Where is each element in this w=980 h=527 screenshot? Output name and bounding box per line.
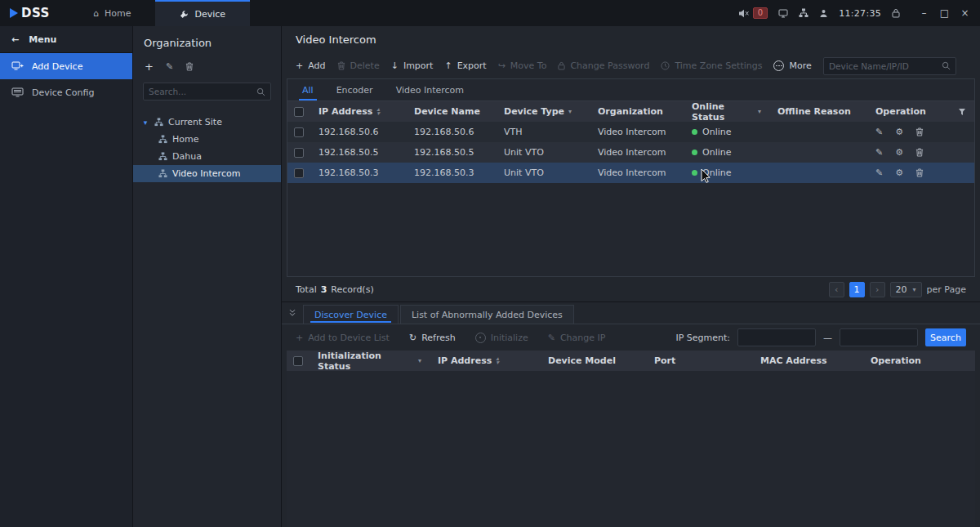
network-tree-icon[interactable] (799, 8, 808, 18)
tab-encoder[interactable]: Encoder (325, 79, 385, 100)
add-to-device-list-button[interactable]: + Add to Device List (296, 333, 390, 343)
delete-device-icon[interactable] (915, 127, 924, 136)
tab-video-intercom[interactable]: Video Intercom (385, 79, 475, 100)
filter-caret-icon[interactable]: ▾ (418, 357, 421, 364)
device-config-gear-icon[interactable]: ⚙ (895, 147, 903, 158)
online-dot (692, 170, 697, 176)
maximize-button[interactable]: □ (934, 0, 955, 26)
device-search-input[interactable] (829, 61, 937, 71)
device-table-panel: All Encoder Video Intercom IP Address ▴▾… (287, 78, 975, 277)
change-password-button[interactable]: Change Password (558, 60, 649, 71)
cell-ip: 192.168.50.6 (310, 127, 406, 137)
delete-button[interactable]: Delete (337, 60, 380, 71)
table-row[interactable]: 192.168.50.6 192.168.50.6 VTH Video Inte… (287, 122, 974, 142)
expand-caret-icon[interactable]: ▾ (141, 118, 149, 127)
row-checkbox[interactable] (294, 168, 304, 178)
tree-node-home[interactable]: Home (133, 131, 281, 148)
filter-caret-icon[interactable]: ▾ (758, 108, 761, 115)
sort-icon[interactable]: ▴▾ (376, 108, 380, 115)
online-dot (692, 129, 697, 135)
edit-device-icon[interactable]: ✎ (875, 147, 883, 158)
add-org-icon[interactable]: + (145, 60, 154, 73)
close-button[interactable]: × (955, 0, 975, 26)
filter-funnel-icon[interactable] (958, 108, 966, 116)
segment-search-button[interactable]: Search (925, 328, 966, 346)
move-to-button[interactable]: ↪ Move To (498, 60, 547, 71)
search-icon[interactable] (256, 87, 265, 96)
menu-header[interactable]: ← Menu (0, 26, 132, 53)
lock-icon[interactable] (892, 8, 900, 18)
cell-online-status: Online (684, 127, 769, 137)
device-table-header: IP Address ▴▾ Device Name Device Type ▾ … (287, 101, 974, 122)
export-button[interactable]: ↑ Export (444, 60, 486, 71)
alarm-count-badge[interactable]: 0 (753, 7, 768, 19)
header-online-status[interactable]: Online Status ▾ (684, 101, 769, 122)
filter-caret-icon[interactable]: ▾ (568, 108, 572, 115)
mute-icon[interactable] (738, 9, 750, 18)
edit-org-icon[interactable]: ✎ (166, 61, 173, 72)
edit-device-icon[interactable]: ✎ (875, 167, 883, 178)
select-all-checkbox[interactable] (293, 356, 303, 366)
minimize-button[interactable]: – (914, 0, 934, 26)
total-count: 3 (321, 284, 327, 295)
sidebar-item-label: Add Device (32, 61, 82, 72)
next-page-button[interactable]: › (870, 282, 885, 297)
user-icon[interactable] (819, 9, 828, 18)
search-icon[interactable] (942, 61, 951, 70)
collapse-panel-icon[interactable] (288, 309, 296, 317)
prev-page-button[interactable]: ‹ (829, 282, 844, 297)
site-icon (158, 169, 167, 178)
select-all-checkbox[interactable] (294, 107, 304, 117)
ip-segment-end-input[interactable] (840, 328, 918, 346)
tree-node-label: Home (172, 134, 198, 145)
range-dash: — (823, 333, 832, 343)
edit-device-icon[interactable]: ✎ (875, 127, 883, 137)
delete-device-icon[interactable] (915, 168, 924, 177)
status-label: Online (702, 167, 731, 178)
tree-node-video-intercom[interactable]: Video Intercom (133, 165, 281, 182)
tree-node-dahua[interactable]: Dahua (133, 148, 281, 165)
initialize-button[interactable]: Initialize (475, 333, 528, 343)
more-button[interactable]: More (773, 60, 811, 71)
device-config-gear-icon[interactable]: ⚙ (895, 167, 903, 178)
header-initialization-status[interactable]: Initialization Status ▾ (310, 351, 430, 371)
discover-toolbar: + Add to Device List ↻ Refresh Initializ… (282, 324, 980, 351)
tab-home[interactable]: ⌂ Home (69, 0, 155, 26)
tab-device[interactable]: Device (155, 0, 250, 26)
tree-node-current-site[interactable]: ▾ Current Site (133, 114, 281, 131)
more-icon (773, 60, 784, 71)
refresh-button[interactable]: ↻ Refresh (409, 333, 456, 343)
sort-icon[interactable]: ▴▾ (496, 357, 499, 364)
tab-discover-device[interactable]: Discover Device (303, 305, 399, 324)
device-config-gear-icon[interactable]: ⚙ (895, 127, 903, 137)
header-ip-address[interactable]: IP Address ▴▾ (430, 351, 540, 371)
add-button[interactable]: + Add (296, 60, 326, 71)
sidebar-item-device-config[interactable]: Device Config (0, 79, 132, 105)
import-button[interactable]: ↓ Import (391, 60, 434, 71)
row-checkbox[interactable] (294, 127, 304, 137)
cell-online-status: Online (684, 167, 769, 178)
ip-segment-start-input[interactable] (737, 328, 816, 346)
delete-org-icon[interactable] (185, 62, 194, 71)
clock-icon (661, 61, 670, 70)
page-1-button[interactable]: 1 (849, 282, 865, 297)
tab-all[interactable]: All (291, 79, 325, 100)
sidebar-item-add-device[interactable]: Add Device (0, 53, 132, 79)
delete-device-icon[interactable] (915, 148, 924, 157)
tab-abnormal-devices[interactable]: List of Abnormally Added Devices (400, 305, 574, 324)
export-button-label: Export (457, 60, 487, 71)
table-row[interactable]: 192.168.50.3 192.168.50.3 Unit VTO Video… (287, 163, 974, 183)
header-device-type[interactable]: Device Type ▾ (496, 101, 590, 122)
row-checkbox[interactable] (294, 148, 304, 158)
time-zone-button[interactable]: Time Zone Settings (661, 60, 762, 71)
cell-device-name: 192.168.50.6 (406, 127, 496, 137)
page-size-select[interactable]: 20 ▾ (890, 282, 922, 297)
table-row[interactable]: 192.168.50.5 192.168.50.5 Unit VTO Video… (287, 142, 974, 163)
refresh-label: Refresh (421, 333, 456, 343)
monitor-icon[interactable] (778, 9, 788, 18)
org-search-input[interactable] (149, 87, 252, 96)
header-ip-address[interactable]: IP Address ▴▾ (310, 101, 406, 122)
back-arrow-icon[interactable]: ← (11, 34, 19, 45)
add-device-icon (11, 61, 24, 71)
change-ip-button[interactable]: ✎ Change IP (548, 333, 606, 343)
